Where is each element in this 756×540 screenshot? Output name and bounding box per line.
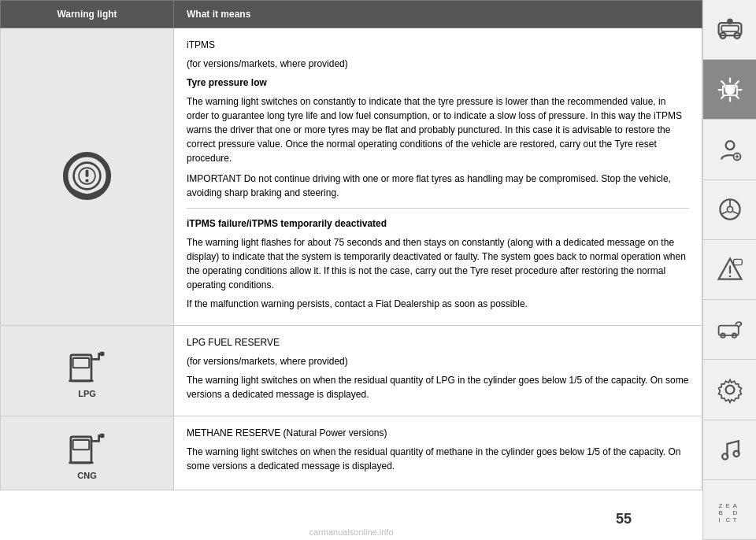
cng-body: The warning light switches on when the r… bbox=[187, 445, 689, 473]
lpg-pump-svg bbox=[65, 344, 109, 387]
svg-rect-40 bbox=[733, 260, 742, 265]
svg-point-46 bbox=[733, 451, 739, 457]
lpg-subtitle: (for versions/markets, where provided) bbox=[187, 354, 689, 368]
settings-gear-icon bbox=[716, 375, 744, 404]
lpg-body: The warning light switches on when the r… bbox=[187, 373, 689, 401]
alphabet-grid-icon: Z E A B D I C T bbox=[716, 495, 744, 523]
music-note-icon bbox=[716, 435, 744, 464]
tpms-icon-cell bbox=[1, 28, 174, 326]
sidebar-item-settings[interactable] bbox=[703, 360, 756, 420]
svg-rect-10 bbox=[73, 440, 90, 449]
tools-steering-icon bbox=[716, 195, 744, 224]
svg-rect-11 bbox=[100, 434, 105, 438]
cng-icon-cell: CNG bbox=[1, 416, 174, 490]
sidebar-item-warning-light[interactable] bbox=[703, 60, 756, 120]
svg-rect-8 bbox=[69, 379, 94, 382]
svg-text:C: C bbox=[725, 517, 730, 524]
svg-point-33 bbox=[727, 207, 732, 213]
tpms-icon bbox=[61, 150, 113, 202]
car-info-icon bbox=[716, 16, 744, 44]
sidebar-item-alphabet[interactable]: Z E A B D I C T bbox=[703, 480, 756, 540]
svg-point-44 bbox=[725, 386, 734, 394]
tpms-title: iTPMS bbox=[187, 38, 689, 52]
tpms-body: The warning light switches on constantly… bbox=[187, 94, 689, 165]
svg-point-18 bbox=[724, 85, 735, 95]
tpms-failure-body: The warning light flashes for about 75 s… bbox=[187, 235, 689, 292]
tpms-failure-heading: iTPMS failure/iTPMS temporarily deactiva… bbox=[187, 216, 689, 231]
svg-point-28 bbox=[725, 141, 734, 150]
sidebar-item-person[interactable] bbox=[703, 120, 756, 179]
svg-text:B: B bbox=[718, 510, 722, 517]
tpms-heading: Tyre pressure low bbox=[187, 76, 689, 90]
sidebar-item-tools[interactable] bbox=[703, 180, 756, 240]
svg-text:A: A bbox=[732, 503, 737, 510]
table-row: LPG LPG FUEL RESERVE (for versions/marke… bbox=[1, 326, 702, 416]
tpms-failure-note: If the malfunction warning persists, con… bbox=[187, 297, 689, 311]
svg-rect-3 bbox=[86, 169, 89, 176]
svg-rect-12 bbox=[69, 461, 94, 464]
tpms-important: IMPORTANT Do not continue driving with o… bbox=[187, 172, 689, 200]
svg-text:E: E bbox=[725, 503, 730, 510]
cng-content-cell: METHANE RESERVE (Natural Power versions)… bbox=[174, 416, 702, 490]
lpg-icon: LPG bbox=[13, 344, 161, 398]
person-settings-icon bbox=[716, 135, 744, 164]
svg-text:I: I bbox=[718, 517, 720, 524]
page-number: 55 bbox=[616, 511, 632, 527]
svg-rect-7 bbox=[100, 351, 105, 356]
sidebar-item-car-info[interactable] bbox=[703, 0, 756, 60]
sidebar-item-warning[interactable] bbox=[703, 240, 756, 300]
cng-icon: CNG bbox=[13, 426, 161, 480]
svg-text:D: D bbox=[732, 510, 737, 517]
tpms-subtitle: (for versions/markets, where provided) bbox=[187, 57, 689, 71]
col-header-what-it-means: What it means bbox=[174, 1, 702, 28]
svg-point-17 bbox=[728, 19, 732, 23]
svg-rect-6 bbox=[73, 357, 90, 367]
svg-point-39 bbox=[728, 276, 731, 278]
cng-label: CNG bbox=[77, 471, 96, 480]
cng-pump-svg bbox=[65, 426, 109, 469]
sidebar: Z E A B D I C T bbox=[702, 0, 756, 540]
svg-line-23 bbox=[721, 81, 724, 84]
svg-text:Z: Z bbox=[718, 503, 722, 510]
tpms-content-cell: iTPMS (for versions/markets, where provi… bbox=[174, 28, 702, 326]
svg-rect-4 bbox=[86, 179, 89, 182]
sidebar-item-music[interactable] bbox=[703, 420, 756, 480]
lpg-label: LPG bbox=[78, 389, 96, 398]
lpg-content-cell: LPG FUEL RESERVE (for versions/markets, … bbox=[174, 326, 702, 416]
sidebar-item-car-wrench[interactable] bbox=[703, 300, 756, 360]
lpg-title: LPG FUEL RESERVE bbox=[187, 335, 689, 350]
warning-light-icon bbox=[716, 76, 744, 104]
svg-text:T: T bbox=[732, 517, 736, 524]
table-row: CNG METHANE RESERVE (Natural Power versi… bbox=[1, 416, 702, 490]
cng-title: METHANE RESERVE (Natural Power versions) bbox=[187, 426, 689, 440]
lpg-icon-cell: LPG bbox=[1, 326, 174, 416]
svg-line-35 bbox=[721, 212, 727, 215]
svg-line-25 bbox=[736, 81, 739, 84]
svg-rect-16 bbox=[721, 25, 739, 31]
car-wrench-icon bbox=[716, 316, 744, 344]
table-row: iTPMS (for versions/markets, where provi… bbox=[1, 28, 702, 326]
watermark: carmanualsonline.info bbox=[309, 527, 393, 537]
svg-line-36 bbox=[732, 212, 739, 215]
col-header-warning-light: Warning light bbox=[1, 1, 174, 28]
warning-triangle-icon bbox=[716, 255, 744, 283]
svg-point-45 bbox=[722, 454, 728, 460]
